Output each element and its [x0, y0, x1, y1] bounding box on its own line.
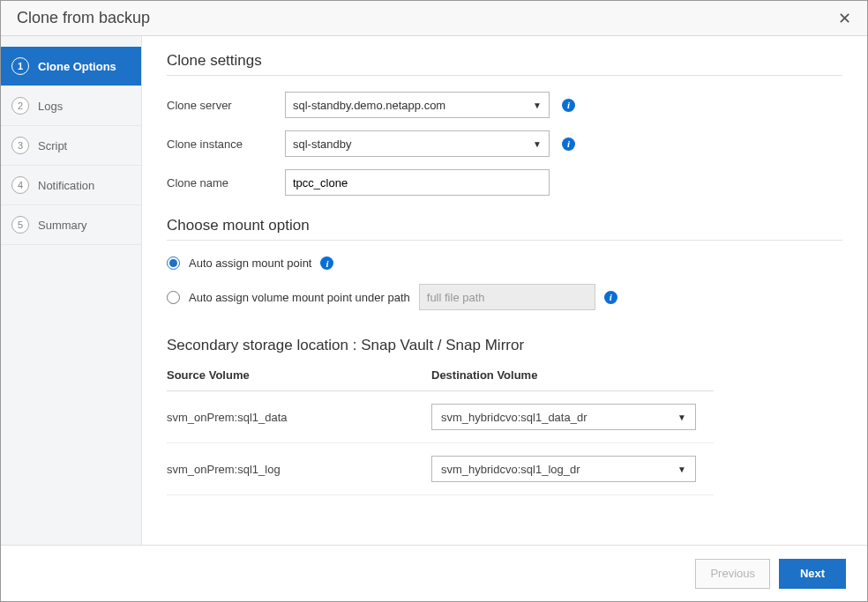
- step-summary[interactable]: 5 Summary: [1, 205, 141, 245]
- previous-button[interactable]: Previous: [695, 559, 770, 589]
- clone-server-select[interactable]: sql-standby.demo.netapp.com ▼: [285, 92, 550, 118]
- clone-instance-select[interactable]: sql-standby ▼: [285, 130, 550, 157]
- clone-settings-heading: Clone settings: [167, 52, 842, 70]
- step-label: Clone Options: [38, 60, 116, 73]
- wizard-sidebar: 1 Clone Options 2 Logs 3 Script 4 Notifi…: [1, 36, 142, 545]
- step-number: 5: [11, 216, 29, 234]
- dialog-title: Clone from backup: [17, 9, 834, 27]
- titlebar: Clone from backup ✕: [1, 1, 867, 36]
- mount-heading: Choose mount option: [167, 217, 842, 234]
- clone-name-input[interactable]: [285, 169, 550, 196]
- main-content: Clone settings Clone server sql-standby.…: [142, 36, 867, 545]
- dest-volume-value: svm_hybridcvo:sql1_log_dr: [441, 463, 580, 476]
- mount-auto-label: Auto assign mount point: [189, 256, 311, 270]
- mount-auto-radio[interactable]: [167, 256, 180, 270]
- table-row: svm_onPrem:sql1_data svm_hybridcvo:sql1_…: [167, 391, 714, 443]
- step-number: 1: [11, 57, 29, 75]
- mount-path-label: Auto assign volume mount point under pat…: [189, 291, 410, 304]
- mount-path-input: full file path: [419, 284, 595, 310]
- divider: [167, 240, 842, 241]
- step-script[interactable]: 3 Script: [1, 126, 141, 166]
- source-volume: svm_onPrem:sql1_data: [167, 391, 431, 443]
- info-icon[interactable]: i: [562, 137, 575, 151]
- dest-volume-select[interactable]: svm_hybridcvo:sql1_data_dr ▼: [431, 404, 696, 430]
- clone-server-label: Clone server: [167, 99, 273, 112]
- step-label: Notification: [38, 179, 94, 192]
- clone-name-label: Clone name: [167, 176, 273, 190]
- clone-server-value: sql-standby.demo.netapp.com: [293, 99, 445, 112]
- clone-instance-value: sql-standby: [293, 137, 351, 151]
- step-notification[interactable]: 4 Notification: [1, 166, 141, 205]
- info-icon[interactable]: i: [604, 291, 617, 304]
- step-number: 3: [11, 137, 29, 154]
- dest-volume-value: svm_hybridcvo:sql1_data_dr: [441, 411, 587, 424]
- storage-heading: Secondary storage location : Snap Vault …: [167, 337, 842, 354]
- step-logs[interactable]: 2 Logs: [1, 86, 141, 126]
- chevron-down-icon: ▼: [677, 412, 686, 422]
- mount-path-radio[interactable]: [167, 291, 180, 304]
- dest-volume-select[interactable]: svm_hybridcvo:sql1_log_dr ▼: [431, 456, 696, 482]
- step-label: Logs: [38, 100, 63, 113]
- step-number: 4: [11, 176, 29, 194]
- step-clone-options[interactable]: 1 Clone Options: [1, 47, 141, 86]
- mount-path-placeholder: full file path: [427, 291, 485, 304]
- clone-instance-label: Clone instance: [167, 137, 273, 151]
- chevron-down-icon: ▼: [533, 100, 542, 110]
- table-row: svm_onPrem:sql1_log svm_hybridcvo:sql1_l…: [167, 443, 714, 495]
- divider: [167, 75, 842, 76]
- step-number: 2: [11, 97, 29, 115]
- col-source: Source Volume: [167, 360, 431, 391]
- dialog-footer: Previous Next: [1, 545, 867, 601]
- source-volume: svm_onPrem:sql1_log: [167, 443, 431, 495]
- storage-table: Source Volume Destination Volume svm_onP…: [167, 360, 714, 495]
- close-icon[interactable]: ✕: [834, 9, 855, 28]
- col-dest: Destination Volume: [431, 360, 714, 391]
- next-button[interactable]: Next: [779, 559, 846, 589]
- step-label: Script: [38, 139, 67, 152]
- chevron-down-icon: ▼: [677, 465, 686, 474]
- step-label: Summary: [38, 219, 87, 232]
- chevron-down-icon: ▼: [533, 139, 542, 149]
- info-icon[interactable]: i: [562, 99, 575, 112]
- info-icon[interactable]: i: [320, 256, 333, 270]
